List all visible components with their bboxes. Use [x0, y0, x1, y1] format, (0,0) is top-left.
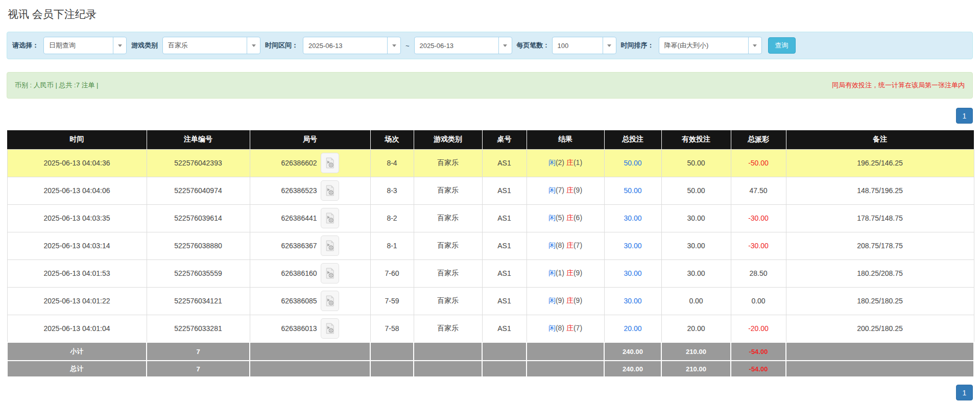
table-row[interactable]: 2025-06-13 04:01:04 522576033281 6263860…	[7, 315, 974, 342]
total-payout: -54.00	[731, 361, 786, 377]
cell-remark: 180.25/180.25	[786, 287, 974, 315]
cell-time: 2025-06-13 04:04:36	[7, 149, 147, 177]
cell-session: 7-59	[370, 287, 414, 315]
subtotal-valid-bet: 210.00	[661, 342, 731, 361]
cell-table-no: AS1	[482, 259, 527, 287]
result-player-score: (8)	[556, 241, 564, 249]
result-banker-score: (9)	[573, 186, 582, 194]
cell-round-id: 626386523	[250, 177, 370, 204]
col-header-total-bet: 总投注	[604, 130, 661, 149]
chevron-down-icon	[387, 37, 400, 54]
cell-remark: 178.75/148.75	[786, 204, 974, 232]
result-banker-score: (9)	[573, 269, 582, 277]
cell-result: 闲(7) 庄(9)	[527, 177, 604, 204]
cell-game-type: 百家乐	[414, 287, 482, 315]
cell-bet-id: 522576040974	[147, 177, 250, 204]
game-type-value: 百家乐	[163, 41, 247, 50]
chevron-down-icon	[748, 37, 761, 54]
page-button-1[interactable]: 1	[956, 108, 973, 124]
result-banker-label: 庄	[566, 241, 573, 249]
page-title: 视讯 会员下注纪录	[8, 7, 973, 21]
cell-bet-id: 522576038880	[147, 232, 250, 259]
result-banker-label: 庄	[566, 296, 573, 304]
col-header-table-no: 桌号	[482, 130, 527, 149]
cell-time: 2025-06-13 04:01:22	[7, 287, 147, 315]
table-row[interactable]: 2025-06-13 04:03:14 522576038880 6263863…	[7, 232, 974, 259]
table-row[interactable]: 2025-06-13 04:01:22 522576034121 6263860…	[7, 287, 974, 315]
result-banker-label: 庄	[566, 186, 573, 194]
round-id-text: 626386602	[281, 159, 317, 167]
cell-total-bet: 30.00	[604, 259, 661, 287]
cell-session: 8-3	[370, 177, 414, 204]
cell-valid-bet: 30.00	[661, 204, 731, 232]
query-type-label: 请选择：	[12, 41, 39, 50]
result-player-label: 闲	[548, 214, 556, 222]
video-file-icon-button[interactable]	[321, 180, 339, 201]
video-file-icon-button[interactable]	[321, 318, 339, 339]
cell-bet-id: 522576039614	[147, 204, 250, 232]
chevron-down-icon	[113, 37, 126, 54]
table-row[interactable]: 2025-06-13 04:01:53 522576035559 6263861…	[7, 259, 974, 287]
result-player-label: 闲	[548, 269, 556, 277]
total-count: 7	[147, 361, 250, 377]
video-file-icon	[325, 240, 334, 251]
cell-session: 8-4	[370, 149, 414, 177]
cell-total-bet: 50.00	[604, 177, 661, 204]
video-file-icon-button[interactable]	[321, 291, 339, 311]
game-type-select[interactable]: 百家乐	[162, 37, 260, 54]
result-player-label: 闲	[548, 186, 556, 194]
result-banker-score: (9)	[573, 296, 582, 304]
cell-bet-id: 522576034121	[147, 287, 250, 315]
total-total-bet: 240.00	[604, 361, 661, 377]
col-header-remark: 备注	[786, 130, 974, 149]
page-size-select[interactable]: 100	[552, 37, 616, 54]
result-banker-label: 庄	[566, 214, 573, 222]
col-header-round-id: 局号	[250, 130, 370, 149]
video-file-icon-button[interactable]	[321, 263, 339, 283]
query-type-select[interactable]: 日期查询	[43, 37, 127, 54]
result-player-label: 闲	[548, 296, 556, 304]
cell-result: 闲(9) 庄(9)	[527, 287, 604, 315]
result-banker-score: (6)	[573, 214, 582, 222]
time-sort-select[interactable]: 降幂(由大到小)	[659, 37, 762, 54]
table-row[interactable]: 2025-06-13 04:03:35 522576039614 6263864…	[7, 204, 974, 232]
table-body: 2025-06-13 04:04:36 522576042393 6263866…	[7, 149, 974, 342]
video-file-icon	[325, 185, 334, 196]
cell-time: 2025-06-13 04:01:04	[7, 315, 147, 342]
cell-total-bet: 30.00	[604, 232, 661, 259]
video-file-icon-button[interactable]	[321, 153, 339, 173]
page-button-1[interactable]: 1	[956, 385, 973, 400]
cell-time: 2025-06-13 04:03:35	[7, 204, 147, 232]
video-file-icon	[325, 212, 334, 224]
cell-bet-id: 522576035559	[147, 259, 250, 287]
date-from-select[interactable]: 2025-06-13	[303, 37, 401, 54]
page-size-value: 100	[553, 42, 603, 50]
cell-valid-bet: 30.00	[661, 259, 731, 287]
video-file-icon-button[interactable]	[321, 235, 339, 256]
video-file-icon-button[interactable]	[321, 208, 339, 228]
cell-valid-bet: 50.00	[661, 149, 731, 177]
cell-total-bet: 30.00	[604, 287, 661, 315]
cell-payout: -30.00	[731, 232, 786, 259]
date-to-select[interactable]: 2025-06-13	[414, 37, 512, 54]
table-row[interactable]: 2025-06-13 04:04:36 522576042393 6263866…	[7, 149, 974, 177]
summary-currency-count: 币别 : 人民币 | 总共 :7 注单 |	[15, 81, 99, 90]
search-button[interactable]: 查询	[768, 37, 796, 54]
cell-payout: -50.00	[731, 149, 786, 177]
result-player-label: 闲	[548, 241, 556, 249]
date-to-value: 2025-06-13	[415, 42, 498, 50]
result-banker-score: (7)	[573, 324, 582, 332]
cell-round-id: 626386013	[250, 315, 370, 342]
cell-valid-bet: 20.00	[661, 315, 731, 342]
cell-result: 闲(8) 庄(7)	[527, 315, 604, 342]
cell-valid-bet: 30.00	[661, 232, 731, 259]
cell-remark: 200.25/180.25	[786, 315, 974, 342]
cell-game-type: 百家乐	[414, 204, 482, 232]
subtotal-row: 小计 7 240.00 210.00 -54.00	[7, 342, 974, 361]
round-id-text: 626386367	[281, 242, 317, 250]
total-valid-bet: 210.00	[661, 361, 731, 377]
time-sort-label: 时间排序：	[621, 41, 654, 50]
table-row[interactable]: 2025-06-13 04:04:06 522576040974 6263865…	[7, 177, 974, 204]
subtotal-label: 小计	[7, 342, 147, 361]
cell-round-id: 626386367	[250, 232, 370, 259]
